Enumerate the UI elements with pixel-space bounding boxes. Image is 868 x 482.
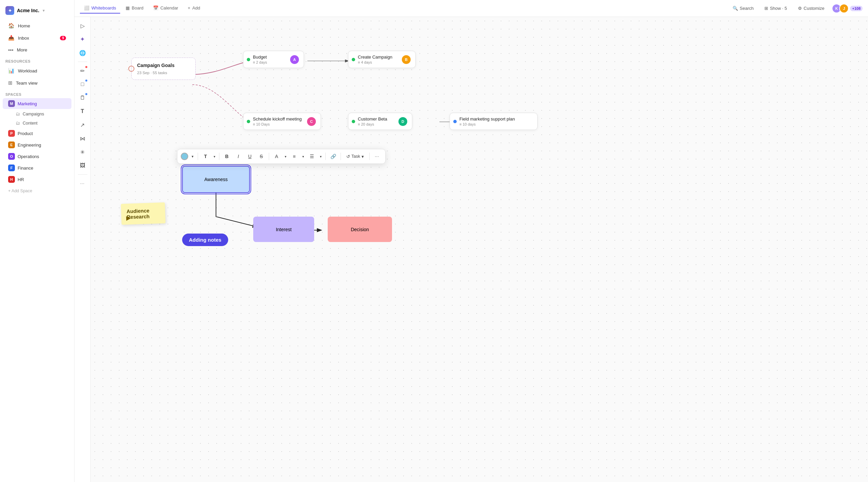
tool-effects[interactable]: ✳ [77,146,89,158]
tab-calendar[interactable]: 📅 Calendar [149,3,182,14]
schedule-avatar: C [307,117,316,126]
tool-more[interactable]: ··· [77,177,89,190]
more-icon: ••• [8,47,14,53]
teamview-icon: ⊞ [8,80,13,86]
sidebar-item-hr[interactable]: H HR [3,174,71,185]
tool-arrow[interactable]: ↗ [77,119,89,131]
task-label: Task [351,154,360,159]
app-logo[interactable]: ✦ Acme Inc. ▾ [0,4,74,20]
sidebar-item-product[interactable]: P Product [3,128,71,139]
tab-whiteboards[interactable]: ⬜ Whiteboards [80,3,120,14]
lines-icon-4: ≡ [358,122,360,126]
tab-add[interactable]: + Add [183,3,204,14]
create-campaign-info: Create Campaign ≡ 4 days [358,54,399,64]
inbox-icon: 📥 [8,35,15,41]
play-icon: ▶ [126,215,130,221]
task-customer-beta[interactable]: Customer Beta ≡ 20 days D [348,113,412,130]
customize-button[interactable]: ⚙ Customize [795,4,828,13]
link-btn[interactable]: 🔗 [328,151,339,162]
sidebar-item-home[interactable]: 🏠 Home [3,20,71,31]
divider-1 [198,153,198,160]
divider-4 [325,153,326,160]
field-marketing-info: Field marketing support plan ≡ 10 days [459,116,533,126]
font-color-btn[interactable]: A [271,151,282,162]
create-campaign-dot [352,58,355,61]
tab-board[interactable]: ▦ Board [122,3,148,14]
sidebar-item-finance[interactable]: F Finance [3,162,71,173]
more-btn[interactable]: ··· [372,151,383,162]
goals-card[interactable]: Campaign Goals 23 Sep · 55 tasks [131,58,196,80]
sticky-note[interactable]: Audience Research ▶ [121,202,166,225]
underline-btn[interactable]: U [244,151,255,162]
tool-shape[interactable]: □ [77,78,89,90]
board-icon: ▦ [126,5,130,10]
canvas[interactable]: Campaign Goals 23 Sep · 55 tasks Budget … [91,17,868,482]
gear-icon: ⚙ [798,6,802,11]
main-area: ⬜ Whiteboards ▦ Board 📅 Calendar + Add 🔍… [74,0,868,482]
shape-interest[interactable]: Interest [253,217,314,242]
align-btn[interactable]: ≡ [289,151,300,162]
float-toolbar: ▾ T ▾ B I U S A ▾ ≡ ▾ ☰ ▾ 🔗 ↺ [177,149,386,164]
canvas-wrapper: ▷ ✦ 🌐 ✏ □ 🗒 T ↗ ⋈ ✳ 🖼 ··· [74,17,868,482]
topbar-right: 🔍 Search ⊞ Show · 5 ⚙ Customize K J +108 [729,4,863,13]
align-chevron[interactable]: ▾ [300,151,306,162]
inbox-badge: 9 [60,36,66,40]
tool-connect[interactable]: ⋈ [77,132,89,145]
bold-btn[interactable]: B [221,151,232,162]
divider-2 [219,153,219,160]
goals-dot [128,66,134,72]
sidebar-item-more[interactable]: ••• More [3,44,71,56]
sidebar-item-teamview[interactable]: ⊞ Team view [3,77,71,89]
text-format-btn[interactable]: T [200,151,211,162]
sidebar-subitem-campaigns[interactable]: 🗂 Campaigns [3,110,71,118]
italic-btn[interactable]: I [233,151,244,162]
field-marketing-dot [453,120,457,123]
goals-meta: 23 Sep · 55 tasks [137,71,190,75]
tool-text[interactable]: T [77,105,89,117]
lines-icon-3: ≡ [253,122,255,126]
task-budget[interactable]: Budget ≡ 2 days A [243,51,304,68]
lines-icon: ≡ [253,60,255,64]
tool-image[interactable]: 🖼 [77,159,89,172]
font-color-chevron[interactable]: ▾ [283,151,288,162]
divider-6 [369,153,370,160]
strikethrough-btn[interactable]: S [256,151,267,162]
budget-info: Budget ≡ 2 days [253,54,287,64]
chevron-down-color[interactable]: ▾ [190,151,196,162]
shape-decision[interactable]: Decision [328,217,392,242]
left-toolbar: ▷ ✦ 🌐 ✏ □ 🗒 T ↗ ⋈ ✳ 🖼 ··· [74,17,91,482]
resources-section-label: Resources [0,56,74,65]
schedule-dot [247,120,250,123]
sidebar-item-operations[interactable]: O Operations [3,151,71,162]
avatar-group: K J +108 [832,4,863,13]
task-schedule[interactable]: Schedule kickoff meeting ≡ 10 Days C [243,113,321,130]
task-btn[interactable]: ↺ Task ▾ [343,153,367,160]
list-chevron[interactable]: ▾ [318,151,323,162]
sidebar-item-marketing[interactable]: M Marketing [3,98,71,109]
task-field-marketing[interactable]: Field marketing support plan ≡ 10 days [450,113,538,130]
sidebar-item-workload[interactable]: 📊 Workload [3,65,71,76]
tool-sticky[interactable]: 🗒 [77,92,89,104]
tool-globe[interactable]: 🌐 [77,47,89,59]
tool-ai[interactable]: ✦ [77,33,89,45]
color-swatch[interactable] [181,153,188,160]
space-dot-product: P [8,130,15,137]
search-button[interactable]: 🔍 Search [729,4,757,13]
shape-dot [85,80,87,82]
task-chevron: ▾ [362,154,364,159]
task-create-campaign[interactable]: Create Campaign ≡ 4 days B [348,51,416,68]
text-format-chevron[interactable]: ▾ [212,151,217,162]
add-space-button[interactable]: + Add Space [3,187,71,195]
sidebar-item-engineering[interactable]: E Engineering [3,139,71,150]
adding-notes-pill[interactable]: Adding notes [182,234,228,246]
tool-select[interactable]: ▷ [77,20,89,32]
workload-icon: 📊 [8,68,15,74]
show-button[interactable]: ⊞ Show · 5 [761,4,790,13]
tool-pen[interactable]: ✏ [77,65,89,77]
sidebar-item-inbox[interactable]: 📥 Inbox 9 [3,32,71,44]
list-btn[interactable]: ☰ [306,151,317,162]
shape-awareness[interactable]: Awareness [182,166,250,193]
app-name: Acme Inc. [17,8,39,13]
show-icon: ⊞ [764,6,768,11]
sidebar-subitem-content[interactable]: 🗂 Content [3,119,71,127]
